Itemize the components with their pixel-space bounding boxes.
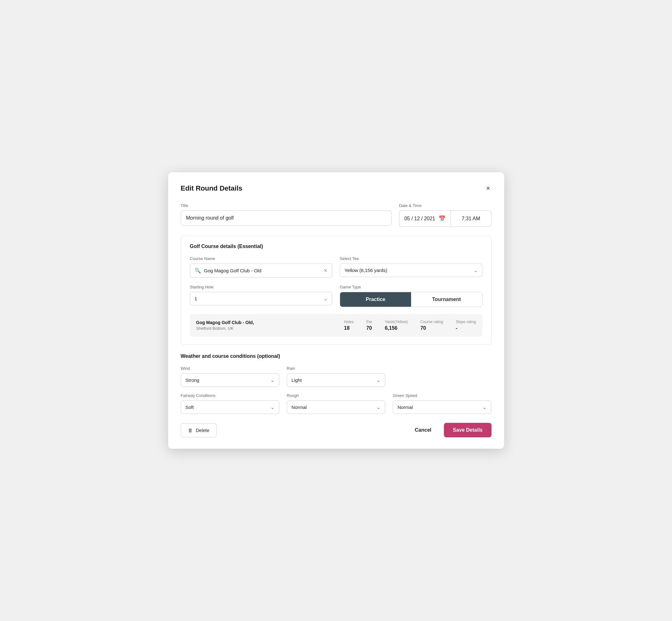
course-tee-row: Course Name 🔍 ✕ Select Tee Yellow (6,156…: [190, 256, 482, 278]
course-name-clear-button[interactable]: ✕: [323, 268, 328, 273]
course-info-box: Gog Magog Golf Club - Old, Shelford Bott…: [190, 314, 482, 337]
chevron-down-icon: ⌄: [271, 378, 275, 383]
game-type-group: Game Type Practice Tournament: [340, 285, 482, 307]
trash-icon: 🗑: [188, 427, 193, 433]
course-name-bold: Gog Magog Golf Club - Old,: [196, 320, 344, 325]
time-input[interactable]: 7:31 AM: [451, 210, 492, 227]
select-tee-label: Select Tee: [340, 256, 482, 261]
rain-group: Rain Light ⌄: [287, 366, 385, 387]
filler-col: [393, 366, 491, 387]
yards-label: Yards(Yellow): [385, 320, 408, 324]
green-speed-value: Normal: [397, 405, 413, 410]
datetime-label: Date & Time: [399, 203, 492, 208]
yards-value: 6,156: [385, 325, 408, 331]
course-name-label: Course Name: [190, 256, 333, 261]
course-location: Shelford Bottom, UK: [196, 326, 344, 331]
title-label: Title: [181, 203, 391, 208]
slope-rating-stat: Slope rating -: [456, 320, 476, 331]
footer-row: 🗑 Delete Cancel Save Details: [181, 423, 492, 437]
game-type-label: Game Type: [340, 285, 482, 289]
chevron-down-icon: ⌄: [474, 268, 478, 273]
date-input[interactable]: 05 / 12 / 2021 📅: [399, 210, 451, 227]
modal-title: Edit Round Details: [181, 184, 243, 193]
wind-label: Wind: [181, 366, 279, 371]
wind-dropdown[interactable]: Strong ⌄: [181, 373, 279, 387]
fairway-group: Fairway Conditions Soft ⌄: [181, 393, 279, 414]
golf-course-section: Golf Course details (Essential) Course N…: [181, 236, 492, 344]
date-value: 05 / 12 / 2021: [405, 216, 435, 221]
select-tee-value: Yellow (6,156 yards): [344, 267, 387, 273]
modal-header: Edit Round Details ×: [181, 184, 492, 193]
holes-stat: Holes 18: [344, 320, 354, 331]
rough-group: Rough Normal ⌄: [287, 393, 385, 414]
game-type-toggle: Practice Tournament: [340, 292, 482, 307]
par-value: 70: [366, 325, 372, 331]
delete-button[interactable]: 🗑 Delete: [181, 423, 217, 437]
course-name-group: Course Name 🔍 ✕: [190, 256, 333, 278]
edit-round-modal: Edit Round Details × Title Date & Time 0…: [168, 172, 504, 449]
chevron-down-icon: ⌄: [377, 405, 380, 410]
course-name-search[interactable]: 🔍 ✕: [190, 263, 333, 278]
chevron-down-icon: ⌄: [271, 405, 275, 410]
starting-hole-label: Starting Hole: [190, 285, 333, 289]
slope-rating-value: -: [456, 325, 476, 331]
weather-title: Weather and course conditions (optional): [181, 354, 492, 359]
golf-section-title: Golf Course details (Essential): [190, 244, 482, 249]
fairway-rough-green-row: Fairway Conditions Soft ⌄ Rough Normal ⌄…: [181, 393, 492, 414]
datetime-group: 05 / 12 / 2021 📅 7:31 AM: [399, 210, 492, 227]
top-row: Title Date & Time 05 / 12 / 2021 📅 7:31 …: [181, 203, 492, 227]
rough-value: Normal: [292, 405, 307, 410]
footer-right: Cancel Save Details: [409, 423, 492, 437]
title-input[interactable]: [181, 210, 391, 225]
fairway-value: Soft: [185, 405, 194, 410]
chevron-down-icon: ⌄: [324, 296, 328, 301]
fairway-dropdown[interactable]: Soft ⌄: [181, 401, 279, 414]
green-speed-group: Green Speed Normal ⌄: [393, 393, 491, 414]
rough-dropdown[interactable]: Normal ⌄: [287, 401, 385, 414]
chevron-down-icon: ⌄: [377, 378, 380, 383]
fairway-label: Fairway Conditions: [181, 393, 279, 398]
time-value: 7:31 AM: [462, 216, 480, 221]
hole-gametype-row: Starting Hole 1 ⌄ Game Type Practice Tou…: [190, 285, 482, 307]
practice-button[interactable]: Practice: [340, 292, 411, 307]
yards-stat: Yards(Yellow) 6,156: [385, 320, 408, 331]
datetime-field-group: Date & Time 05 / 12 / 2021 📅 7:31 AM: [399, 203, 492, 227]
wind-value: Strong: [185, 377, 199, 383]
rain-dropdown[interactable]: Light ⌄: [287, 373, 385, 387]
holes-label: Holes: [344, 320, 354, 324]
course-name-input[interactable]: [204, 268, 321, 273]
starting-hole-dropdown[interactable]: 1 ⌄: [190, 292, 333, 305]
title-field-group: Title: [181, 203, 391, 227]
calendar-icon: 📅: [438, 215, 446, 222]
course-rating-value: 70: [420, 325, 443, 331]
weather-section: Weather and course conditions (optional)…: [181, 354, 492, 414]
delete-label: Delete: [196, 427, 209, 433]
holes-value: 18: [344, 325, 354, 331]
green-speed-label: Green Speed: [393, 393, 491, 398]
chevron-down-icon: ⌄: [483, 405, 487, 410]
wind-group: Wind Strong ⌄: [181, 366, 279, 387]
select-tee-dropdown[interactable]: Yellow (6,156 yards) ⌄: [340, 263, 482, 277]
course-rating-label: Course rating: [420, 320, 443, 324]
par-label: Par: [366, 320, 372, 324]
search-icon: 🔍: [195, 267, 201, 274]
save-details-button[interactable]: Save Details: [444, 423, 491, 437]
par-stat: Par 70: [366, 320, 372, 331]
rain-value: Light: [292, 377, 302, 383]
wind-rain-row: Wind Strong ⌄ Rain Light ⌄: [181, 366, 492, 387]
close-button[interactable]: ×: [485, 184, 492, 193]
course-rating-stat: Course rating 70: [420, 320, 443, 331]
cancel-button[interactable]: Cancel: [409, 423, 437, 437]
green-speed-dropdown[interactable]: Normal ⌄: [393, 401, 491, 414]
select-tee-group: Select Tee Yellow (6,156 yards) ⌄: [340, 256, 482, 278]
course-stats: Holes 18 Par 70 Yards(Yellow) 6,156 Cour…: [344, 320, 476, 331]
starting-hole-group: Starting Hole 1 ⌄: [190, 285, 333, 307]
rain-label: Rain: [287, 366, 385, 371]
slope-rating-label: Slope rating: [456, 320, 476, 324]
course-name-location: Gog Magog Golf Club - Old, Shelford Bott…: [196, 320, 344, 331]
tournament-button[interactable]: Tournament: [411, 292, 482, 307]
rough-label: Rough: [287, 393, 385, 398]
starting-hole-value: 1: [195, 296, 197, 301]
